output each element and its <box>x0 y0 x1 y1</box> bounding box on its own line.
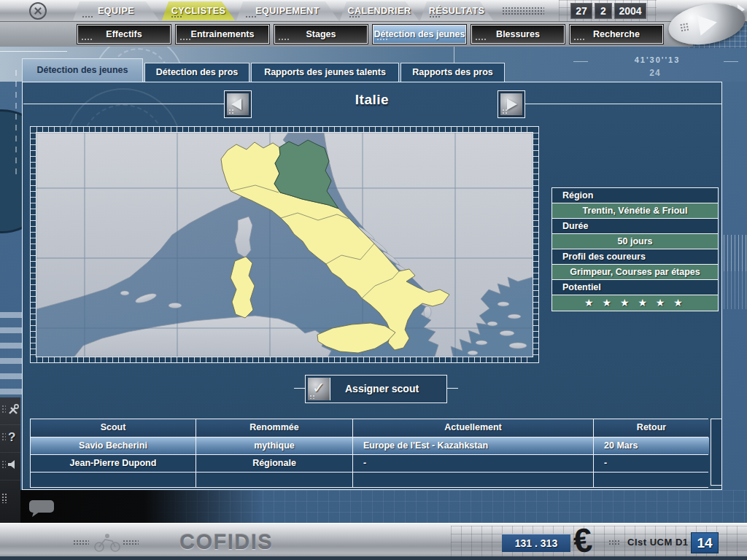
dot-pattern-decor <box>502 109 508 114</box>
col-header-scout[interactable]: Scout <box>31 419 196 437</box>
tab-label: CALENDRIER <box>348 6 411 16</box>
tab-label: RÉSULTATS <box>429 6 485 16</box>
col-header-retour[interactable]: Retour <box>594 419 709 437</box>
check-icon: ✓ <box>308 378 330 400</box>
day-counter: 14 <box>691 532 719 553</box>
info-value-profil: Grimpeur, Courses par étapes <box>552 265 718 280</box>
tools-icon <box>7 403 20 416</box>
connector-stub <box>294 388 305 389</box>
game-screen: 41'30''13 24 5.45 5.45 5.49 EQUIPE CYCLI… <box>0 0 747 560</box>
close-button[interactable] <box>29 2 47 20</box>
table-header-row: Scout Renommée Actuellement Retour <box>31 419 708 438</box>
coordinate-readout-sub: 24 <box>619 68 692 78</box>
map-ruler-bottom <box>36 357 533 362</box>
tab-equipement[interactable]: EQUIPEMENT <box>236 1 338 20</box>
map-frame <box>30 126 539 363</box>
dot-pattern-decor <box>608 540 619 545</box>
left-streaks-decor <box>0 312 22 398</box>
previous-region-button[interactable] <box>224 90 252 118</box>
detection-panel: Italie <box>22 82 722 490</box>
next-region-button[interactable] <box>498 90 525 118</box>
tab-equipe[interactable]: EQUIPE <box>73 1 159 20</box>
speaker-icon <box>7 459 18 470</box>
mid-line-decor <box>454 45 454 64</box>
dashed-line-decor <box>15 70 17 179</box>
date-year: 2004 <box>614 3 646 19</box>
side-icon-column: ? <box>0 397 20 523</box>
map-ruler-top <box>36 127 533 132</box>
tab-calendrier[interactable]: CALENDRIER <box>340 1 419 20</box>
connector-stub <box>447 388 458 389</box>
table-row[interactable]: Savio Becherini mythique Europe de l'Est… <box>31 438 708 455</box>
cyclist-logo <box>92 531 123 553</box>
tab-label: CYCLISTES <box>171 6 226 16</box>
dot-pattern-decor <box>228 109 235 114</box>
right-ruler-decor <box>724 235 747 271</box>
coordinate-readout: 41'30''13 <box>588 55 727 64</box>
nav-detection-des-jeunes[interactable]: Détection des jeunes <box>373 25 466 44</box>
map-svg <box>36 133 533 357</box>
col-header-renommee[interactable]: Renommée <box>196 419 353 437</box>
dot-pattern-decor <box>679 22 689 32</box>
euro-icon: € <box>571 520 594 560</box>
date-day: 27 <box>570 3 592 19</box>
page-tab-rapports-jeunes[interactable]: Rapports des jeunes talents <box>251 63 399 82</box>
page-tab-rapports-pros[interactable]: Rapports des pros <box>400 63 505 82</box>
help-icon: ? <box>8 430 15 445</box>
info-value-duree: 50 jours <box>552 234 718 249</box>
nav-recherche[interactable]: Recherche <box>570 25 663 44</box>
info-label-potentiel: Potentiel <box>552 280 718 295</box>
play-icon <box>697 12 719 36</box>
nav-entrainements[interactable]: Entrainements <box>176 25 269 44</box>
table-row[interactable]: Jean-Pierre Dupond Régionale - - <box>31 455 708 472</box>
coord-dash <box>573 61 588 62</box>
table-row-empty[interactable] <box>31 472 708 487</box>
left-line-decor <box>0 51 67 52</box>
map-ruler-left <box>31 133 36 357</box>
footer-bar: COFIDIS 131 . 313 € Clst UCM D1 14 <box>0 523 747 560</box>
budget-value: 131 . 313 <box>502 534 570 552</box>
table-scrollbar-track[interactable] <box>711 419 722 486</box>
tab-label: EQUIPE <box>98 6 134 16</box>
assign-scout-label: Assigner scout <box>333 376 446 402</box>
date-month: 2 <box>595 3 612 19</box>
sound-button[interactable] <box>0 453 20 481</box>
dot-pattern-decor <box>502 7 544 16</box>
footer-bottom-strip <box>0 556 747 560</box>
dot-pattern-decor <box>73 540 89 546</box>
info-value-region: Trentin, Vénétie & Frioul <box>552 203 718 219</box>
info-label-duree: Durée <box>552 219 718 234</box>
tab-label: EQUIPEMENT <box>255 6 320 16</box>
team-ranking: Clst UCM D1 <box>627 537 689 548</box>
region-map[interactable] <box>36 132 533 357</box>
region-title: Italie <box>23 92 721 108</box>
right-ruler-decor-2 <box>724 271 747 309</box>
col-header-actuellement[interactable]: Actuellement <box>353 419 594 437</box>
info-label-region: Région <box>552 188 718 203</box>
nav-blessures[interactable]: Blessures <box>471 25 565 44</box>
region-info-panel: Région Trentin, Vénétie & Frioul Durée 5… <box>551 187 719 311</box>
potential-stars: ★ ★ ★ ★ ★ ★ <box>552 295 718 311</box>
help-button[interactable]: ? <box>0 425 20 453</box>
chat-bubble-icon[interactable] <box>28 499 55 518</box>
nav-stages[interactable]: Stages <box>274 25 368 44</box>
page-tab-detection-pros[interactable]: Détection des pros <box>144 63 249 82</box>
scout-table: Scout Renommée Actuellement Retour Savio… <box>30 419 708 488</box>
dot-pattern-decor <box>1 493 7 503</box>
info-label-profil: Profil des coureurs <box>552 249 718 265</box>
map-ruler-right <box>533 133 538 357</box>
dot-pattern-decor <box>123 540 139 546</box>
team-brand: COFIDIS <box>179 530 273 554</box>
arrow-right-icon <box>507 98 517 110</box>
options-button[interactable] <box>0 397 20 425</box>
assign-scout-button[interactable]: ✓ Assigner scout <box>305 375 447 403</box>
page-tab-detection-jeunes[interactable]: Détection des jeunes <box>22 58 143 82</box>
nav-effectifs[interactable]: Effectifs <box>77 25 171 44</box>
map-corsica <box>235 217 252 257</box>
